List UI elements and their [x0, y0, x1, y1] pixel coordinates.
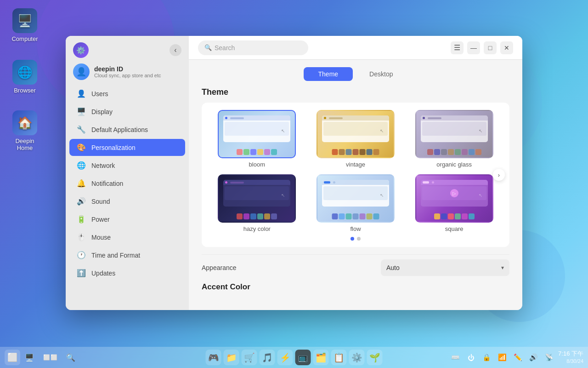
updates-icon: ⬆️ — [77, 269, 86, 277]
user-section[interactable]: 👤 deepin ID Cloud sync, app store and et… — [66, 61, 189, 85]
taskbar-network-icon[interactable]: 📶 — [496, 351, 509, 364]
mouse-icon: 🖱️ — [77, 233, 86, 242]
theme-label-vintage: vintage — [346, 161, 365, 168]
section-title: Theme — [202, 87, 509, 97]
sound-icon: 🔊 — [77, 197, 86, 206]
time-format-icon: 🕐 — [77, 251, 86, 259]
personalization-icon: 🎨 — [77, 143, 86, 152]
tabs: Theme Desktop — [202, 67, 509, 81]
sidebar-item-mouse[interactable]: 🖱️ Mouse — [69, 229, 185, 246]
sidebar-item-display[interactable]: 🖥️ Display — [69, 103, 185, 120]
sidebar-item-users[interactable]: 👤 Users — [69, 85, 185, 102]
desktop-icon-deepin-home[interactable]: 🏠 Deepin Home — [7, 110, 42, 151]
maximize-button[interactable]: □ — [484, 41, 497, 54]
sidebar-item-personalization[interactable]: 🎨 Personalization — [69, 139, 185, 156]
taskbar-app-joystick[interactable]: 🎮 — [206, 350, 221, 365]
taskbar-app-browser2[interactable]: ⚡ — [277, 350, 293, 365]
theme-card-organic-glass[interactable]: ↖ organic — [408, 110, 500, 168]
theme-card-flow[interactable]: ↖ flow — [310, 174, 402, 232]
window-controls: ☰ — □ ✕ — [451, 41, 513, 54]
taskbar-app-settings[interactable]: ⚙️ — [349, 350, 365, 365]
user-avatar: 👤 — [73, 63, 90, 80]
taskbar-pen-icon[interactable]: ✏️ — [511, 351, 524, 364]
notification-icon: 🔔 — [77, 179, 86, 188]
display-icon: 🖥️ — [77, 107, 86, 116]
taskbar-app-notes[interactable]: 📋 — [331, 350, 347, 365]
accent-color-section: Accent Color — [202, 282, 509, 292]
tab-theme[interactable]: Theme — [304, 67, 353, 81]
desktop-icon-computer[interactable]: 🖥️ Computer — [7, 8, 42, 42]
sidebar-item-updates[interactable]: ⬆️ Updates — [69, 264, 185, 282]
taskbar-right: ⌨️ ⏻ 🔒 📶 ✏️ 🔊 📡 7:16 下午 8/30/24 — [449, 350, 583, 364]
minimize-button[interactable]: — — [467, 41, 480, 54]
settings-window: ⚙️ ‹ 👤 deepin ID Cloud sync, app store a… — [66, 36, 522, 310]
accent-color-title: Accent Color — [202, 282, 509, 292]
taskbar-volume-icon[interactable]: 🔊 — [527, 351, 540, 364]
taskbar-multitask-button[interactable]: ⬜⬜ — [39, 350, 62, 365]
appearance-row: Appearance Auto ▾ — [202, 254, 509, 281]
search-icon: 🔍 — [204, 44, 212, 51]
content-area: Theme Desktop Theme — [189, 60, 522, 310]
sidebar-item-power[interactable]: 🔋 Power — [69, 211, 185, 228]
power-icon: 🔋 — [77, 215, 86, 224]
taskbar-desktop-button[interactable]: 🖥️ — [22, 350, 37, 365]
search-bar[interactable]: 🔍 Search — [198, 40, 308, 55]
theme-grid-container: ↖ bloom — [202, 103, 509, 247]
taskbar-app-terminal[interactable]: 📺 — [295, 350, 311, 365]
sidebar-logo: ⚙️ — [73, 42, 89, 58]
taskbar-app-folder[interactable]: 📁 — [224, 350, 239, 365]
taskbar-lock-icon[interactable]: 🔒 — [480, 351, 493, 364]
sidebar-item-sound[interactable]: 🔊 Sound — [69, 193, 185, 210]
dropdown-chevron-icon: ▾ — [501, 264, 504, 271]
close-button[interactable]: ✕ — [500, 41, 513, 54]
back-button[interactable]: ‹ — [170, 44, 181, 56]
theme-card-square[interactable]: ▷ ↖ — [408, 174, 500, 232]
appearance-dropdown[interactable]: Auto ▾ — [381, 259, 509, 276]
taskbar-left: ⬜ 🖥️ ⬜⬜ 🔍 — [5, 350, 79, 365]
pagination-dot-2[interactable] — [357, 237, 361, 241]
taskbar-app-eco[interactable]: 🌱 — [367, 350, 383, 365]
users-icon: 👤 — [77, 89, 86, 98]
taskbar-power-icon[interactable]: ⏻ — [464, 351, 477, 364]
theme-label-hazy-color: hazy color — [243, 225, 271, 232]
theme-label-bloom: bloom — [249, 161, 265, 168]
pagination-dot-1[interactable] — [351, 237, 354, 241]
taskbar-keyboard-icon[interactable]: ⌨️ — [449, 351, 462, 364]
user-info: deepin ID Cloud sync, app store and etc — [94, 65, 161, 78]
taskbar-app-store[interactable]: 🛒 — [242, 350, 257, 365]
sidebar-item-network[interactable]: 🌐 Network — [69, 157, 185, 174]
taskbar: ⬜ 🖥️ ⬜⬜ 🔍 🎮 📁 🛒 🎵 ⚡ 📺 🗂️ 📋 ⚙️ 🌱 ⌨️ ⏻ 🔒 📶… — [0, 347, 588, 368]
taskbar-search-button[interactable]: 🔍 — [63, 350, 79, 365]
appearance-label: Appearance — [202, 264, 237, 271]
taskbar-datetime[interactable]: 7:16 下午 8/30/24 — [558, 350, 583, 364]
main-content: 🔍 Search ☰ — □ ✕ Theme Desktop — [189, 36, 522, 310]
taskbar-center: 🎮 📁 🛒 🎵 ⚡ 📺 🗂️ 📋 ⚙️ 🌱 — [206, 350, 383, 365]
tab-desktop[interactable]: Desktop — [355, 67, 407, 81]
sidebar-item-notification[interactable]: 🔔 Notification — [69, 175, 185, 192]
window-header: 🔍 Search ☰ — □ ✕ — [189, 36, 522, 60]
theme-label-flow: flow — [350, 225, 361, 232]
network-icon: 🌐 — [77, 161, 86, 170]
sidebar: ⚙️ ‹ 👤 deepin ID Cloud sync, app store a… — [66, 36, 189, 310]
sidebar-item-time-format[interactable]: 🕐 Time and Format — [69, 247, 185, 264]
taskbar-app-music[interactable]: 🎵 — [260, 350, 275, 365]
next-arrow[interactable]: › — [493, 169, 505, 181]
theme-card-vintage[interactable]: ↖ vintage — [310, 110, 402, 168]
theme-label-organic-glass: organic glass — [436, 161, 472, 168]
theme-card-bloom[interactable]: ↖ bloom — [211, 110, 303, 168]
taskbar-signal-icon[interactable]: 📡 — [543, 351, 555, 364]
sidebar-item-default-apps[interactable]: 🔧 Default Applications — [69, 121, 185, 138]
theme-card-hazy-color[interactable]: ↖ hazy color — [211, 174, 303, 232]
pagination-dots — [211, 237, 500, 241]
taskbar-app-calendar[interactable]: 🗂️ — [313, 350, 329, 365]
menu-button[interactable]: ☰ — [451, 41, 464, 54]
theme-label-square: square — [445, 225, 464, 232]
theme-grid: ↖ bloom — [211, 110, 500, 232]
default-apps-icon: 🔧 — [77, 125, 86, 134]
desktop-icon-browser[interactable]: 🌐 Browser — [7, 60, 42, 94]
taskbar-files-button[interactable]: ⬜ — [5, 350, 20, 365]
